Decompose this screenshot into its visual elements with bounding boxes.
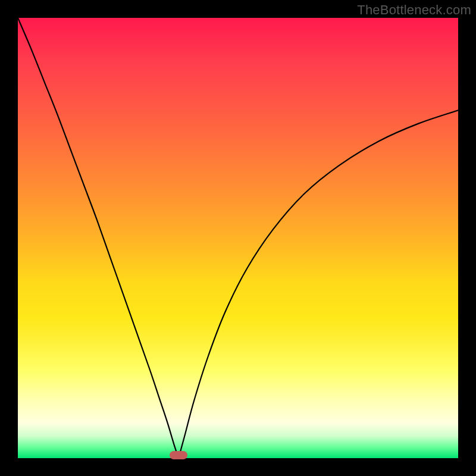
watermark-text: TheBottleneck.com: [357, 2, 471, 18]
bottleneck-marker: [170, 451, 187, 459]
frame: TheBottleneck.com: [0, 0, 476, 476]
plot-gradient-background: [18, 18, 458, 458]
